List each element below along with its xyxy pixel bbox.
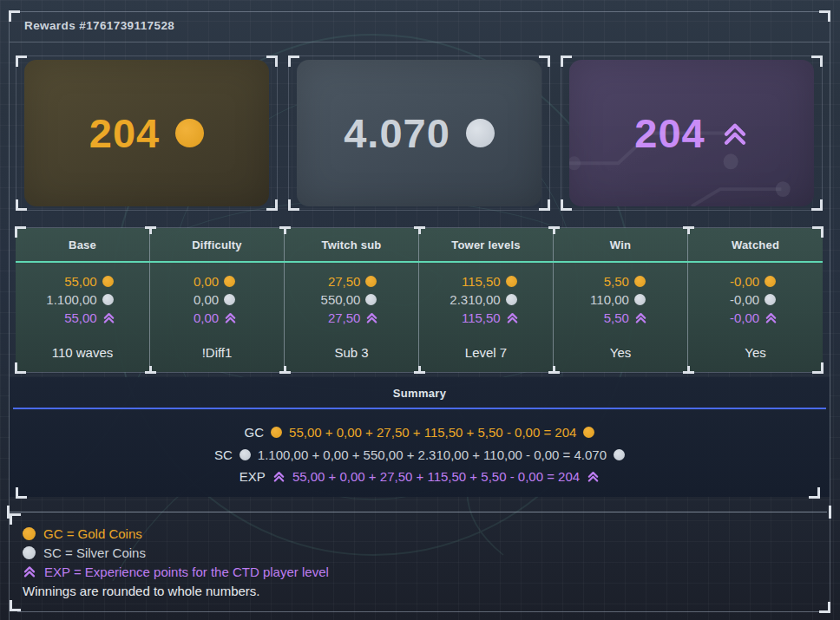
exp-chevrons-icon [506,311,522,324]
column-note: Yes [554,345,687,372]
bracket-corner [266,199,278,211]
gold-coin-icon [102,276,114,287]
gold-value: 0,00 [194,272,219,290]
tick-mark [683,371,694,374]
exp-value: 27,50 [321,309,361,327]
column-header: Watched [688,228,823,261]
legend-item-sc: SC = Silver Coins [23,543,329,562]
tick-mark [414,371,425,374]
gold-coin-icon [365,276,377,287]
bracket-corner [811,55,823,67]
bracket-corner [812,362,824,374]
silver-value: 550,00 [321,290,361,309]
bracket-corner [811,199,823,211]
exp-chevrons-icon [272,470,285,483]
silver-coin-icon [224,294,235,305]
reward-cards: 204 4.070 [16,55,823,211]
column-note: Level 7 [419,345,553,372]
tick-mark [7,506,10,519]
silver-coin-icon [102,294,114,305]
gold-value: 55,00 [46,272,96,290]
tick-mark [829,506,831,519]
legend-bottom-line [17,611,820,612]
exp-chevrons-icon [102,311,119,324]
exp-value: 5,50 [590,309,629,327]
silver-coin-icon [506,294,517,305]
exp-chevrons-icon [634,311,651,324]
legend: GC = Gold Coins SC = Silver Coins EXP = … [23,524,329,600]
column-note: Yes [688,345,823,372]
legend-text: SC = Silver Coins [43,545,146,560]
column-base: Base 55,00 1.100,00 55,00 110 waves [16,228,150,372]
silver-coin-icon [365,294,377,305]
legend-note: Winnings are rounded to whole numbers. [23,581,329,600]
bracket-corner [809,487,820,499]
legend-item-gc: GC = Gold Coins [23,524,329,543]
bracket-corner [812,226,824,238]
column-header: Twitch sub [285,228,418,261]
bracket-corner [10,600,21,611]
gold-value: 115,50 [450,272,500,290]
column-watched: Watched -0,00 -0,00 -0,00 Yes [688,228,823,372]
gold-value: 27,50 [321,272,361,290]
summary-row-gc: GC 55,00 + 0,00 + 27,50 + 115,50 + 5,50 … [10,421,830,444]
legend-item-exp: EXP = Experience points for the CTD play… [23,562,329,581]
bracket-corner [539,199,550,211]
gold-total-value: 204 [89,109,160,157]
silver-reward-card: 4.070 [288,55,550,211]
legend-text: EXP = Experience points for the CTD play… [44,565,329,579]
bracket-corner [16,199,27,211]
silver-coin-icon [23,546,36,559]
gold-value: -0,00 [730,272,759,290]
frame-right-line [830,11,830,613]
exp-value: 115,50 [450,309,500,327]
silver-total-value: 4.070 [344,109,450,157]
summary-label: EXP [240,466,266,488]
tick-mark [279,371,291,374]
gold-coin-icon [271,427,282,438]
silver-value: 2.310,00 [450,290,500,309]
column-header: Tower levels [419,228,553,261]
gold-coin-icon [224,276,235,287]
tick-mark [548,371,560,374]
legend-note-text: Winnings are rounded to whole numbers. [23,584,260,598]
exp-total-value: 204 [634,109,705,157]
gold-reward-card: 204 [16,55,278,211]
summary-row-sc: SC 1.100,00 + 0,00 + 550,00 + 2.310,00 +… [10,444,830,467]
column-win: Win 5,50 110,00 5,50 Yes [554,228,688,372]
rewards-overlay: Rewards #1761739117528 204 4.070 [0,0,840,620]
frame-corner-topleft [9,10,20,22]
page-title: Rewards #1761739117528 [24,19,174,32]
exp-value: -0,00 [730,309,759,327]
gold-coin-icon [506,276,517,287]
gold-coin-icon [634,276,646,287]
exp-chevrons-icon [23,565,36,578]
bracket-corner [288,199,299,211]
tick-mark [683,226,694,229]
summary-panel: Summary GC 55,00 + 0,00 + 27,50 + 115,50… [10,377,830,497]
column-note: 110 waves [16,345,149,372]
silver-value: 0,00 [194,290,219,309]
column-header: Win [554,228,687,261]
column-difficulty: Difficulty 0,00 0,00 0,00 !Diff1 [150,228,285,372]
tick-mark [414,226,425,229]
column-tower-levels: Tower levels 115,50 2.310,00 115,50 Leve… [419,228,554,372]
column-twitch-sub: Twitch sub 27,50 550,00 27,50 Sub 3 [285,228,419,372]
bracket-corner [561,199,572,211]
gold-coin-icon [765,276,776,287]
gold-value: 5,50 [590,272,629,290]
column-header: Difficulty [150,228,284,261]
exp-chevrons-icon [721,120,749,147]
silver-value: 110,00 [590,290,629,309]
summary-row-exp: EXP 55,00 + 0,00 + 27,50 + 115,50 + 5,50… [10,466,830,488]
bracket-corner [10,513,21,525]
summary-equation: 1.100,00 + 0,00 + 550,00 + 2.310,00 + 11… [258,444,607,467]
bracket-corner [16,487,27,499]
frame-left-line [9,11,10,620]
table-header-rule [16,261,823,263]
breakdown-table: Base 55,00 1.100,00 55,00 110 waves Diff… [16,227,823,373]
tick-mark [279,226,291,229]
frame-top-line [10,11,829,12]
legend-top-line [10,512,827,512]
tick-mark [145,226,156,229]
